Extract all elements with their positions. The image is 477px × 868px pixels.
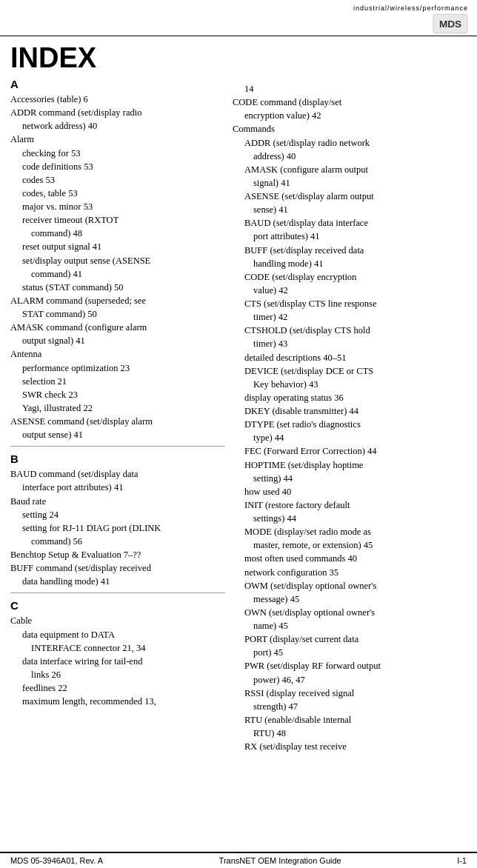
header-tagline: industrial/wireless/performance [353,4,468,12]
footer-left: MDS 05-3946A01, Rev. A [10,856,103,865]
section-b: B BAUD command (set/display data interfa… [10,453,225,588]
section-a: A Accessories (table) 6 ADDR command (se… [10,78,225,441]
footer-center: TransNET OEM Integration Guide [219,856,341,865]
footer-right: I-1 [457,856,467,865]
svg-text:MDS: MDS [439,19,461,30]
mds-logo: MDS [433,13,468,34]
section-c: C Cable data equipment to DATA INTERFACE… [10,599,225,708]
right-column: 14 CODE command (display/set encryption … [233,44,467,753]
section-letter-c: C [10,599,225,612]
section-letter-a: A [10,78,225,90]
header-bar: industrial/wireless/performance MDS [0,0,477,36]
footer-bar: MDS 05-3946A01, Rev. A TransNET OEM Inte… [0,852,477,868]
section-letter-b: B [10,453,225,465]
index-title: INDEX [10,44,225,72]
left-column: INDEX A Accessories (table) 6 ADDR comma… [10,44,225,753]
main-content: INDEX A Accessories (table) 6 ADDR comma… [0,36,477,753]
header-right: industrial/wireless/performance MDS [353,4,468,34]
